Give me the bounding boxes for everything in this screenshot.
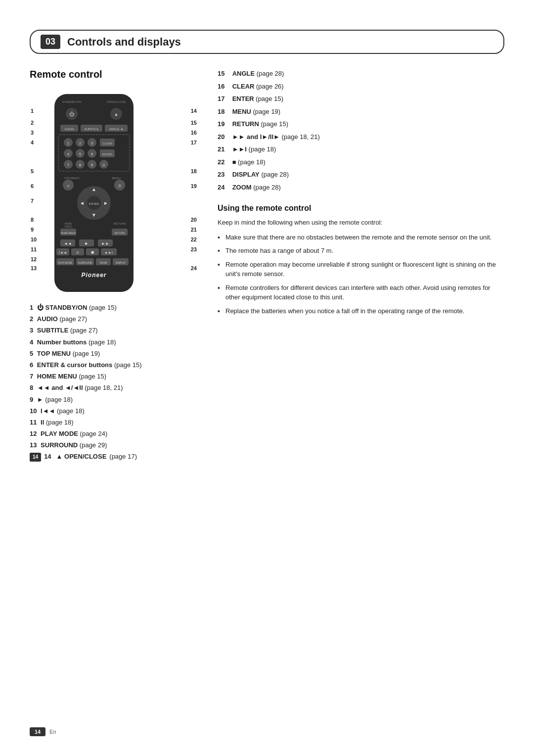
right-item-20: 20 ►► and I►/II► (page 18, 21) xyxy=(218,132,504,142)
svg-text:►►I: ►►I xyxy=(105,251,113,254)
left-item-5: 5 TOP MENU (page 19) xyxy=(30,349,198,358)
chapter-title: Controls and displays xyxy=(67,36,181,48)
label-7: 7 xyxy=(31,198,34,204)
left-item-7: 7 HOME MENU (page 15) xyxy=(30,372,198,381)
label-9: 9 xyxy=(31,227,34,233)
left-item-2: 2 AUDIO (page 27) xyxy=(30,315,198,324)
bullet-4: Remote controllers for different devices… xyxy=(218,283,504,302)
right-item-22: 22 ■ (page 18) xyxy=(218,157,504,167)
left-item-4: 4 Number buttons (page 18) xyxy=(30,338,198,347)
right-item-21: 21 ►►I (page 18) xyxy=(218,144,504,154)
svg-text:5: 5 xyxy=(79,152,82,156)
page-lang: En xyxy=(49,729,56,735)
svg-text:3: 3 xyxy=(91,141,93,145)
using-bullets: Make sure that there are no obstacles be… xyxy=(218,233,504,316)
right-item-16: 16 CLEAR (page 26) xyxy=(218,82,504,92)
svg-text:4: 4 xyxy=(67,152,70,156)
svg-text:►►: ►► xyxy=(101,241,109,246)
svg-text:⊙: ⊙ xyxy=(67,184,70,188)
label-16: 16 xyxy=(191,130,197,136)
left-desc-list: 1 ⏻ STANDBY/ON (page 15) 2 AUDIO (page 2… xyxy=(30,303,198,462)
svg-text:MENU: MENU xyxy=(112,177,121,180)
label-4: 4 xyxy=(31,140,34,145)
svg-text:ENTER: ENTER xyxy=(102,153,113,156)
using-intro: Keep in mind the following when using th… xyxy=(218,218,504,228)
bullet-2: The remote has a range of about 7 m. xyxy=(218,246,504,256)
label-18: 18 xyxy=(191,168,197,174)
svg-text:►: ► xyxy=(103,200,108,206)
page-footer: 14 En xyxy=(30,727,56,736)
bullet-3: Remote operation may become unreliable i… xyxy=(218,260,504,279)
svg-text:8: 8 xyxy=(79,163,82,167)
right-item-19: 19 RETURN (page 15) xyxy=(218,119,504,129)
svg-text:9: 9 xyxy=(91,163,93,167)
svg-text:I◄◄: I◄◄ xyxy=(59,251,67,254)
label-17: 17 xyxy=(191,140,197,145)
svg-text:DISPLAY: DISPLAY xyxy=(116,261,126,264)
right-item-17: 17 ENTER (page 15) xyxy=(218,94,504,104)
label-15: 15 xyxy=(191,120,197,126)
svg-text:◄◄: ◄◄ xyxy=(64,241,72,246)
svg-text:⏻: ⏻ xyxy=(69,111,74,117)
chapter-header: 03 Controls and displays xyxy=(30,30,504,54)
label-2: 2 xyxy=(31,120,34,126)
using-title: Using the remote control xyxy=(218,204,504,213)
left-item-3: 3 SUBTITLE (page 27) xyxy=(30,326,198,335)
svg-text:2: 2 xyxy=(79,141,82,145)
svg-text:▲: ▲ xyxy=(114,112,119,117)
svg-text:▲: ▲ xyxy=(91,187,96,192)
right-item-15: 15 ANGLE (page 28) xyxy=(218,69,504,79)
svg-text:0: 0 xyxy=(103,163,105,167)
svg-text:☰: ☰ xyxy=(118,184,121,188)
label-14: 14 xyxy=(191,108,197,114)
label-20: 20 xyxy=(191,217,197,223)
svg-text:RETURN: RETURN xyxy=(115,232,125,235)
label-6: 6 xyxy=(31,183,34,189)
right-item-18: 18 MENU (page 19) xyxy=(218,107,504,117)
label-3: 3 xyxy=(31,130,34,136)
left-item-12: 12 PLAY MODE (page 24) xyxy=(30,429,198,438)
label-5: 5 xyxy=(31,168,34,174)
svg-text:ANGLE ◄: ANGLE ◄ xyxy=(109,128,123,131)
right-item-24: 24 ZOOM (page 28) xyxy=(218,183,504,192)
svg-text:RETURN: RETURN xyxy=(114,222,126,225)
left-item-9: 9 ► (page 18) xyxy=(30,395,198,404)
svg-text:HOME MENU: HOME MENU xyxy=(60,232,76,235)
svg-text:CLEAR: CLEAR xyxy=(102,142,113,145)
svg-text:■: ■ xyxy=(91,249,94,255)
left-item-1: 1 ⏻ STANDBY/ON (page 15) xyxy=(30,303,198,312)
right-items-list: 15 ANGLE (page 28) 16 CLEAR (page 26) 17… xyxy=(218,69,504,192)
svg-text:Pioneer: Pioneer xyxy=(81,272,106,279)
right-column: 15 ANGLE (page 28) 16 CLEAR (page 26) 17… xyxy=(218,69,504,320)
left-item-13: 13 SURROUND (page 29) xyxy=(30,441,198,450)
svg-text:PLAY MODE: PLAY MODE xyxy=(58,261,73,264)
main-layout: Remote control 1 2 3 4 5 6 7 8 9 10 11 1… xyxy=(30,69,504,464)
label-12: 12 xyxy=(31,256,37,262)
svg-text:6: 6 xyxy=(91,152,93,156)
page-number: 14 xyxy=(30,727,45,736)
label-11: 11 xyxy=(31,246,37,252)
svg-text:▼: ▼ xyxy=(91,212,96,218)
chapter-number: 03 xyxy=(41,35,60,49)
remote-svg: STANDBY/ON OPEN/CLOSE ⏻ ▲ AUDIO SUBTITLE… xyxy=(40,89,148,297)
label-21: 21 xyxy=(191,227,197,233)
remote-illustration: 1 2 3 4 5 6 7 8 9 10 11 12 13 14 15 16 1… xyxy=(40,89,188,298)
svg-text:◄: ◄ xyxy=(80,200,85,206)
label-22: 22 xyxy=(191,236,197,242)
left-item-8: 8 ◄◄ and ◄/◄II (page 18, 21) xyxy=(30,383,198,392)
right-item-23: 23 DISPLAY (page 28) xyxy=(218,170,504,180)
label-23: 23 xyxy=(191,246,197,252)
svg-text:SUBTITLE: SUBTITLE xyxy=(85,128,99,131)
svg-text:VIDEO: VIDEO xyxy=(64,225,72,228)
svg-text:II: II xyxy=(77,250,79,255)
svg-text:TOP MENU: TOP MENU xyxy=(64,177,79,180)
svg-text:►: ► xyxy=(85,241,89,246)
left-item-14: 14 14 ▲ OPEN/CLOSE (page 17) xyxy=(30,452,198,461)
label-24: 24 xyxy=(191,265,197,271)
left-column: Remote control 1 2 3 4 5 6 7 8 9 10 11 1… xyxy=(30,69,198,464)
using-section: Using the remote control Keep in mind th… xyxy=(218,204,504,316)
left-item-6: 6 ENTER & cursor buttons (page 15) xyxy=(30,361,198,370)
left-item-10: 10 I◄◄ (page 18) xyxy=(30,407,198,416)
svg-text:ZOOM: ZOOM xyxy=(100,261,107,264)
svg-text:OPEN/CLOSE: OPEN/CLOSE xyxy=(106,100,126,103)
